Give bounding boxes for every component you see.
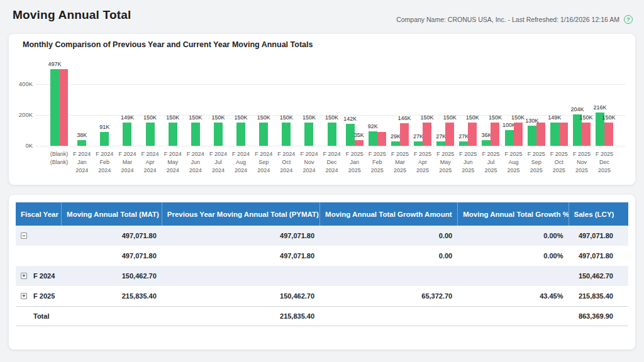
growth_amount-value: 65,372.70	[319, 286, 457, 306]
bar-data-label: 150K	[166, 114, 179, 121]
bar-data-label: 142K	[343, 116, 357, 122]
y-axis-tick-label: 0K	[11, 142, 33, 149]
bar-current-year[interactable]	[146, 123, 155, 146]
bar-current-year[interactable]	[414, 141, 423, 146]
bar-data-label: 150K	[235, 114, 248, 121]
growth_amount-value	[319, 266, 457, 286]
bar-data-label: 150K	[280, 114, 293, 121]
chart-category: 150KF 2024Sep2024	[252, 53, 275, 146]
chart-category: 216K150KF 2025Dec2025	[593, 53, 616, 146]
bar-previous-year[interactable]	[559, 123, 568, 146]
bar-previous-year[interactable]	[423, 123, 431, 146]
bar-data-label: 204K	[570, 106, 584, 112]
chart-category: 150KF 2024Aug2024	[230, 53, 252, 146]
bar-data-label: 150K	[421, 114, 434, 121]
bar-current-year[interactable]	[391, 141, 400, 146]
column-header-growth_amount[interactable]: Moving Annual Total Growth Amount	[319, 202, 457, 226]
bar-data-label: 149K	[121, 114, 134, 121]
bar-data-label: 146K	[397, 115, 411, 121]
expand-toggle-icon[interactable]: +	[21, 293, 27, 299]
chart-category: 150KF 2024Oct2024	[275, 53, 297, 146]
bar-current-year[interactable]	[169, 123, 177, 146]
bar-current-year[interactable]	[304, 123, 313, 146]
fiscal-year-cell: +F 2025	[16, 286, 61, 306]
chart-category: 150KF 2024May2024	[162, 53, 184, 146]
column-header-mat[interactable]: Moving Annual Total (MAT)	[61, 202, 162, 226]
bar-current-year[interactable]	[459, 141, 468, 146]
table-row: +F 2024150,462.70150,462.70	[16, 266, 628, 286]
chart-category: 150KF 2024Jul2024	[207, 53, 230, 146]
growth_amount-value	[319, 307, 457, 326]
mat-value: 497,071.80	[61, 226, 162, 246]
chart-card: Monthly Comparison of Previous Year and …	[9, 34, 635, 185]
column-header-fiscal_year[interactable]: Fiscal Year	[16, 202, 61, 226]
bar-previous-year[interactable]	[468, 123, 477, 146]
bar-data-label: 150K	[466, 114, 479, 121]
pymat-value	[162, 266, 319, 286]
growth_pct-value: 0.00%	[457, 226, 568, 246]
growth_pct-value: 43.45%	[457, 286, 568, 306]
bar-current-year[interactable]	[100, 132, 109, 146]
bar-current-year[interactable]	[550, 123, 559, 146]
bar-data-label: 92K	[368, 123, 378, 129]
bar-data-label: 150K	[489, 114, 502, 121]
bar-current-year[interactable]	[282, 123, 291, 146]
chart-category: 150KF 2024Dec2024	[321, 53, 343, 146]
bar-current-year[interactable]	[259, 123, 268, 146]
column-header-pymat[interactable]: Previous Year Moving Annual Total (PYMAT…	[162, 202, 319, 226]
bar-data-label: 91K	[99, 124, 109, 130]
bar-current-year[interactable]	[346, 124, 355, 146]
bar-previous-year[interactable]	[445, 123, 454, 146]
bar-current-year[interactable]	[482, 140, 491, 146]
bar-current-year[interactable]	[191, 123, 200, 146]
bar-current-year[interactable]	[123, 123, 131, 146]
pymat-value: 497,071.80	[162, 246, 319, 266]
chart-category: 142K35KF 2025Jan2025	[343, 53, 366, 146]
bar-previous-year[interactable]	[377, 132, 386, 146]
expand-toggle-icon[interactable]: +	[21, 273, 27, 279]
chart-category: 27K150KF 2025Jun2025	[457, 53, 479, 146]
mat-value: 215,835.40	[61, 286, 162, 306]
bar-current-year[interactable]	[505, 130, 514, 146]
chart-category: 204K150KF 2025Nov2025	[570, 53, 593, 146]
bar-current-year[interactable]	[528, 126, 536, 146]
bar-current-year[interactable]	[328, 123, 336, 146]
chart-category: 150KF 2024Jun2024	[184, 53, 207, 146]
matrix-card: Fiscal YearMoving Annual Total (MAT)Prev…	[9, 195, 635, 349]
chart-category: 36K150KF 2025Jul2025	[479, 53, 502, 146]
bar-current-year[interactable]	[436, 141, 445, 146]
column-header-sales[interactable]: Sales (LCY)	[569, 202, 628, 226]
sales-value: 497,071.80	[569, 226, 628, 246]
mat-value: 497,071.80	[61, 246, 162, 266]
bar-current-year[interactable]	[369, 131, 377, 146]
column-header-growth_pct[interactable]: Moving Annual Total Growth %	[457, 202, 568, 226]
bar-previous-year[interactable]	[536, 123, 545, 146]
chart-category: 38KF 2024Jan2024	[70, 53, 93, 146]
bar-data-label: 150K	[303, 114, 316, 121]
bar-data-label: 36K	[481, 132, 491, 138]
help-icon[interactable]: ?	[624, 15, 633, 24]
growth_amount-value: 0.00	[319, 246, 457, 266]
bar-current-year[interactable]	[50, 69, 59, 146]
bar-current-year[interactable]	[236, 123, 245, 146]
bar-previous-year[interactable]	[514, 123, 523, 146]
bar-previous-year[interactable]	[355, 140, 364, 146]
bar-data-label: 149K	[548, 114, 561, 121]
table-row: −497,071.80497,071.800.000.00%497,071.80	[16, 226, 628, 246]
bar-previous-year[interactable]	[604, 123, 613, 146]
pymat-value: 150,462.70	[162, 286, 319, 306]
fiscal-year-label: F 2025	[33, 292, 55, 300]
bar-previous-year[interactable]	[59, 69, 68, 146]
chart-plot-area: 497K(Blank)(Blank)38KF 2024Jan202491KF 2…	[48, 53, 616, 146]
bar-data-label: 497K	[48, 61, 62, 67]
bar-current-year[interactable]	[77, 140, 86, 146]
bar-previous-year[interactable]	[491, 123, 499, 146]
bar-previous-year[interactable]	[582, 123, 591, 146]
fiscal-year-cell: Total	[16, 307, 61, 326]
collapse-toggle-icon[interactable]: −	[21, 233, 27, 239]
bar-previous-year[interactable]	[400, 123, 409, 146]
bar-data-label: 150K	[443, 114, 457, 121]
bar-data-label: 29K	[391, 133, 401, 140]
bar-current-year[interactable]	[214, 123, 223, 146]
growth_pct-value	[457, 307, 568, 326]
